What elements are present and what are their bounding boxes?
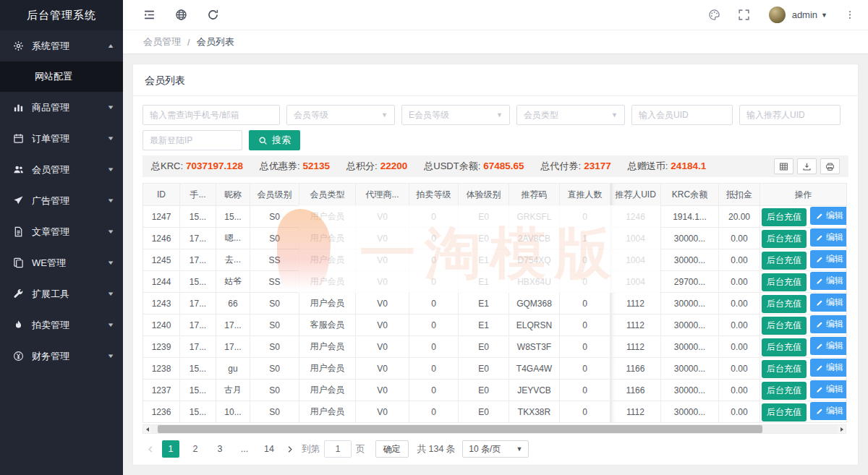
member-uid-input[interactable] — [631, 105, 733, 125]
page-content: 会员列表 会员等级 ▼ E会员等级 ▼ 会员类型 ▼ — [123, 54, 868, 475]
prev-page-button[interactable] — [142, 440, 158, 458]
cell: 10... — [216, 401, 250, 423]
sidebar-item-3[interactable]: 会员管理▼ — [0, 154, 123, 185]
avatar[interactable] — [769, 7, 786, 23]
sidebar-item-label: 会员管理 — [32, 163, 108, 176]
sidebar-item-1[interactable]: 商品管理▼ — [0, 92, 123, 123]
cell: GRKSFL — [509, 206, 560, 228]
cell: GQM368 — [509, 293, 560, 314]
chevron-down-icon: ▼ — [106, 260, 114, 266]
chevron-down-icon: ▼ — [106, 135, 114, 142]
chart-icon — [13, 102, 24, 113]
e-member-level-select[interactable]: E会员等级 ▼ — [401, 105, 510, 125]
export-download-button[interactable] — [797, 158, 817, 174]
sidebar-item-6[interactable]: WE管理▼ — [0, 247, 123, 278]
recharge-button[interactable]: 后台充值 — [762, 360, 807, 378]
page-size-select[interactable]: 10 条/页 ▼ — [462, 440, 529, 458]
fullscreen-icon[interactable] — [738, 9, 750, 21]
chevron-left-icon — [147, 445, 155, 453]
page-number[interactable]: 2 — [187, 440, 204, 458]
column-header: 会员类型 — [299, 184, 356, 206]
page-number[interactable]: 14 — [260, 440, 278, 458]
edit-button[interactable]: 编辑 — [810, 228, 847, 247]
print-button[interactable] — [820, 158, 840, 174]
edit-button[interactable]: 编辑 — [810, 402, 847, 420]
more-vertical-icon[interactable] — [845, 9, 855, 21]
refresh-icon[interactable] — [207, 9, 219, 21]
sidebar-item-5[interactable]: 文章管理▼ — [0, 216, 123, 247]
cell: 用户会员 — [299, 380, 356, 401]
goto-page-input[interactable] — [324, 440, 352, 458]
page-number[interactable]: 1 — [162, 440, 179, 458]
cell: S0 — [250, 401, 299, 423]
member-level-select[interactable]: 会员等级 ▼ — [286, 105, 395, 125]
theme-palette-icon[interactable] — [708, 9, 720, 21]
scrollbar-thumb[interactable] — [158, 425, 762, 433]
scroll-left-arrow[interactable] — [143, 425, 151, 433]
last-login-ip-input[interactable] — [142, 130, 242, 150]
column-header: 体验级别 — [459, 184, 509, 206]
sidebar-item-7[interactable]: 扩展工具▼ — [0, 278, 123, 309]
breadcrumb-parent[interactable]: 会员管理 — [143, 35, 181, 48]
column-header: 手... — [180, 184, 216, 206]
username: admin — [792, 9, 817, 20]
recharge-button[interactable]: 后台充值 — [762, 295, 807, 313]
edit-button[interactable]: 编辑 — [810, 337, 847, 355]
scroll-right-arrow[interactable] — [838, 425, 846, 433]
edit-button[interactable]: 编辑 — [810, 250, 847, 268]
referrer-uid-input[interactable] — [739, 105, 841, 125]
next-page-button[interactable] — [281, 440, 297, 458]
user-menu[interactable]: admin ▼ — [792, 9, 827, 20]
recharge-button[interactable]: 后台充值 — [762, 252, 807, 270]
member-type-select[interactable]: 会员类型 ▼ — [516, 105, 625, 125]
sidebar-item-0[interactable]: 系统管理▲ — [0, 30, 123, 61]
page-unit-label: 页 — [356, 443, 365, 455]
edit-button[interactable]: 编辑 — [810, 359, 847, 377]
language-globe-icon[interactable] — [175, 9, 187, 21]
confirm-button[interactable]: 确定 — [375, 440, 409, 458]
cell: 17... — [216, 336, 250, 358]
edit-button[interactable]: 编辑 — [810, 294, 847, 312]
sidebar-item-8[interactable]: 拍卖管理▼ — [0, 309, 123, 341]
cell: 0 — [560, 271, 610, 293]
cell: 1 — [560, 228, 610, 249]
recharge-button[interactable]: 后台充值 — [762, 273, 807, 291]
edit-button[interactable]: 编辑 — [810, 207, 847, 225]
scrollbar-track[interactable] — [151, 425, 838, 433]
sidebar-item-4[interactable]: 广告管理▼ — [0, 185, 123, 216]
sidebar-item-9[interactable]: 财务管理▼ — [0, 341, 123, 372]
cell: 0 — [409, 336, 459, 358]
recharge-button[interactable]: 后台充值 — [762, 382, 807, 400]
phone-email-input[interactable] — [142, 105, 280, 125]
cell: TKX38R — [509, 401, 560, 423]
chevron-down-icon: ▼ — [106, 353, 114, 359]
cell: E1 — [459, 249, 509, 271]
cell: 30000... — [661, 336, 719, 358]
search-button[interactable]: 搜索 — [249, 130, 300, 150]
recharge-button[interactable]: 后台充值 — [762, 317, 807, 335]
sidebar-subitem[interactable]: 网站配置 — [0, 61, 123, 92]
edit-button[interactable]: 编辑 — [810, 380, 847, 398]
total-count: 共 134 条 — [417, 443, 456, 455]
stat-label: 总赠送币: — [628, 161, 668, 171]
recharge-button[interactable]: 后台充值 — [762, 208, 807, 226]
recharge-button[interactable]: 后台充值 — [762, 403, 807, 421]
edit-button[interactable]: 编辑 — [810, 272, 847, 290]
cell: 用户会员 — [299, 206, 356, 228]
operations-cell: 后台充值编辑 — [760, 314, 847, 336]
print-icon — [825, 162, 835, 171]
page-number[interactable]: 3 — [211, 440, 229, 458]
stat-value: 7037197.128 — [186, 161, 243, 171]
cell: V0 — [356, 249, 409, 271]
sidebar-toggle-icon[interactable] — [143, 9, 156, 21]
page-list: 123...14 — [158, 440, 281, 458]
columns-grid-button[interactable] — [774, 158, 793, 174]
chevron-down-icon: ▼ — [106, 228, 114, 235]
recharge-button[interactable]: 后台充值 — [762, 230, 807, 248]
stat-item: 总积分:22200 — [346, 160, 407, 173]
cell: 30000... — [661, 401, 719, 423]
sidebar-item-label: 财务管理 — [32, 350, 108, 363]
edit-button[interactable]: 编辑 — [810, 315, 847, 333]
recharge-button[interactable]: 后台充值 — [762, 338, 807, 356]
sidebar-item-2[interactable]: 订单管理▼ — [0, 123, 123, 154]
